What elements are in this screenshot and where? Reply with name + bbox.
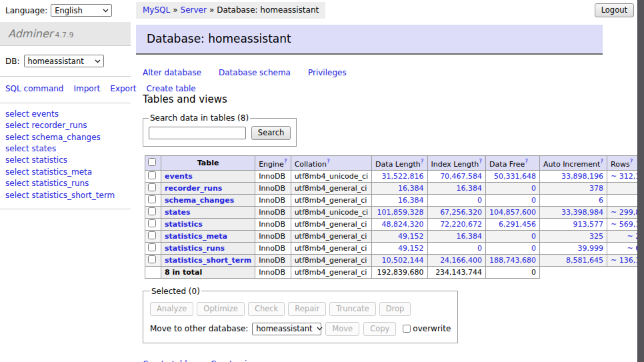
data-length-link-recorder_runs[interactable]: 16,384 bbox=[398, 184, 424, 193]
data-free-link-events[interactable]: 50,331,648 bbox=[494, 172, 536, 181]
search-input[interactable] bbox=[149, 127, 246, 139]
index-length-link-events[interactable]: 70,467,584 bbox=[440, 172, 482, 181]
row-checkbox-statistics_short_term[interactable] bbox=[148, 255, 156, 263]
select-link-statistics_short_term[interactable]: select bbox=[5, 191, 29, 200]
row-checkbox-statistics_runs[interactable] bbox=[148, 243, 156, 251]
index-length-link-recorder_runs[interactable]: 16,384 bbox=[457, 184, 483, 193]
select-link-events[interactable]: select bbox=[5, 109, 29, 119]
auto-increment-link-statistics_short_term[interactable]: 8,581,645 bbox=[566, 256, 603, 265]
auto-increment-link-events[interactable]: 33,898,196 bbox=[561, 172, 603, 181]
move-button[interactable]: Move bbox=[325, 322, 359, 336]
sidebar-table-statistics[interactable]: statistics bbox=[31, 155, 67, 165]
repair-button[interactable]: Repair bbox=[288, 302, 326, 316]
select-link-statistics[interactable]: select bbox=[5, 155, 29, 165]
index-length-link-statistics_runs[interactable]: 0 bbox=[477, 244, 482, 253]
help-link-engine[interactable]: ? bbox=[284, 158, 287, 165]
overwrite-checkbox[interactable] bbox=[403, 325, 411, 333]
help-link-data-free[interactable]: ? bbox=[525, 158, 528, 165]
help-link-auto-increment[interactable]: ? bbox=[600, 158, 603, 165]
create-view-link[interactable]: Create view bbox=[211, 359, 258, 362]
data-free-link-statistics_runs[interactable]: 0 bbox=[531, 244, 536, 253]
select-link-states[interactable]: select bbox=[5, 144, 29, 153]
index-length-link-statistics_meta[interactable]: 16,384 bbox=[457, 232, 483, 241]
index-length-link-states[interactable]: 67,256,320 bbox=[440, 208, 482, 217]
copy-button[interactable]: Copy bbox=[363, 322, 396, 336]
table-link-schema_changes[interactable]: schema_changes bbox=[165, 196, 234, 205]
sidebar-link-sql-command[interactable]: SQL command bbox=[5, 84, 63, 93]
logout-button[interactable]: Logout bbox=[595, 3, 634, 17]
auto-increment-link-recorder_runs[interactable]: 378 bbox=[589, 184, 603, 193]
index-length-link-statistics_short_term[interactable]: 24,166,400 bbox=[440, 256, 482, 265]
help-link-index-length[interactable]: ? bbox=[479, 158, 482, 165]
index-length-link-schema_changes[interactable]: 0 bbox=[477, 196, 482, 205]
data-length-link-states[interactable]: 101,859,328 bbox=[377, 208, 424, 217]
truncate-button[interactable]: Truncate bbox=[329, 302, 376, 316]
sidebar-table-schema_changes[interactable]: schema_changes bbox=[31, 133, 100, 142]
auto-increment-link-states[interactable]: 33,398,984 bbox=[561, 208, 603, 217]
privileges-link[interactable]: Privileges bbox=[308, 68, 347, 77]
help-link-data-length[interactable]: ? bbox=[421, 158, 424, 165]
help-link-collation[interactable]: ? bbox=[327, 158, 330, 165]
create-table-link[interactable]: Create table bbox=[143, 359, 192, 362]
data-free-link-statistics[interactable]: 6,291,456 bbox=[499, 220, 536, 229]
data-free-link-states[interactable]: 104,857,600 bbox=[489, 208, 536, 217]
data-free-link-statistics_meta[interactable]: 0 bbox=[531, 232, 536, 241]
auto-increment-link-schema_changes[interactable]: 6 bbox=[599, 196, 603, 205]
sidebar-table-statistics_meta[interactable]: statistics_meta bbox=[31, 167, 92, 177]
sidebar-table-recorder_runs[interactable]: recorder_runs bbox=[31, 121, 87, 130]
analyze-button[interactable]: Analyze bbox=[150, 302, 193, 316]
move-database-select[interactable]: homeassistant bbox=[252, 323, 321, 335]
db-select[interactable]: homeassistant bbox=[24, 55, 104, 67]
optimize-button[interactable]: Optimize bbox=[197, 302, 245, 316]
data-length-link-schema_changes[interactable]: 16,384 bbox=[398, 196, 424, 205]
row-checkbox-statistics_meta[interactable] bbox=[148, 231, 156, 239]
sidebar-table-states[interactable]: states bbox=[31, 144, 56, 153]
language-select[interactable]: English bbox=[51, 4, 112, 17]
select-all-checkbox[interactable] bbox=[148, 158, 156, 166]
table-link-statistics_short_term[interactable]: statistics_short_term bbox=[165, 256, 251, 265]
sidebar-table-events[interactable]: events bbox=[31, 109, 58, 119]
data-free-link-recorder_runs[interactable]: 0 bbox=[531, 184, 536, 193]
data-free-link-schema_changes[interactable]: 0 bbox=[531, 196, 536, 205]
auto-increment-link-statistics[interactable]: 913,577 bbox=[573, 220, 604, 229]
table-link-statistics_runs[interactable]: statistics_runs bbox=[165, 244, 225, 253]
select-link-schema_changes[interactable]: select bbox=[5, 133, 29, 142]
data-length-link-statistics_meta[interactable]: 49,152 bbox=[398, 232, 424, 241]
select-link-recorder_runs[interactable]: select bbox=[5, 121, 29, 130]
breadcrumb-link-server[interactable]: Server bbox=[181, 5, 207, 15]
row-checkbox-recorder_runs[interactable] bbox=[148, 183, 156, 191]
table-link-recorder_runs[interactable]: recorder_runs bbox=[165, 184, 222, 193]
index-length-link-statistics[interactable]: 72,220,672 bbox=[440, 220, 482, 229]
vertical-scrollbar[interactable] bbox=[637, 0, 644, 362]
sidebar-table-statistics_runs[interactable]: statistics_runs bbox=[31, 179, 89, 188]
data-length-link-statistics_short_term[interactable]: 10,502,144 bbox=[382, 256, 424, 265]
alter-database-link[interactable]: Alter database bbox=[143, 68, 201, 77]
data-free-link-statistics_short_term[interactable]: 188,743,680 bbox=[489, 256, 536, 265]
sidebar-link-export[interactable]: Export bbox=[110, 84, 136, 93]
database-schema-link[interactable]: Database schema bbox=[219, 68, 291, 77]
select-link-statistics_meta[interactable]: select bbox=[5, 167, 29, 177]
row-checkbox-statistics[interactable] bbox=[148, 219, 156, 227]
help-link-rows[interactable]: ? bbox=[630, 158, 633, 165]
row-checkbox-states[interactable] bbox=[148, 207, 156, 215]
auto-increment-link-statistics_meta[interactable]: 325 bbox=[589, 232, 603, 241]
select-link-statistics_runs[interactable]: select bbox=[5, 179, 29, 188]
breadcrumb-link-mysql[interactable]: MySQL bbox=[143, 5, 170, 15]
sidebar-link-import[interactable]: Import bbox=[73, 84, 100, 93]
data-free-cell: 188,743,680 bbox=[486, 254, 540, 266]
table-link-states[interactable]: states bbox=[165, 208, 191, 217]
table-link-statistics[interactable]: statistics bbox=[165, 220, 203, 229]
data-length-link-statistics_runs[interactable]: 49,152 bbox=[398, 244, 424, 253]
table-link-events[interactable]: events bbox=[165, 172, 193, 181]
table-link-statistics_meta[interactable]: statistics_meta bbox=[165, 232, 227, 241]
row-checkbox-events[interactable] bbox=[148, 171, 156, 179]
main-content: MySQL»Server»Database: homeassistant Dat… bbox=[136, 0, 603, 362]
drop-button[interactable]: Drop bbox=[379, 302, 411, 316]
check-button[interactable]: Check bbox=[248, 302, 285, 316]
sidebar-table-statistics_short_term[interactable]: statistics_short_term bbox=[31, 191, 115, 200]
auto-increment-link-statistics_runs[interactable]: 39,999 bbox=[578, 244, 604, 253]
row-checkbox-schema_changes[interactable] bbox=[148, 195, 156, 203]
data-length-link-events[interactable]: 31,522,816 bbox=[382, 172, 424, 181]
search-button[interactable]: Search bbox=[251, 126, 291, 140]
data-length-link-statistics[interactable]: 48,824,320 bbox=[382, 220, 424, 229]
